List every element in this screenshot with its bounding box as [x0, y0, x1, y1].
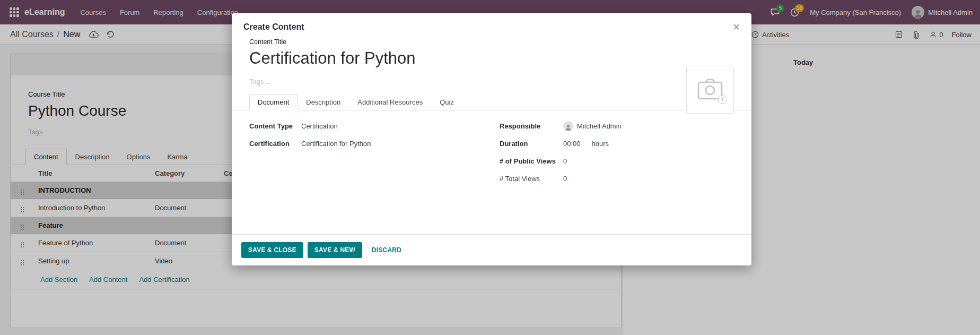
responsible-name: Mitchell Admin: [577, 122, 622, 130]
public-views-label: # of Public Views: [500, 157, 563, 165]
total-views-value: 0: [563, 175, 567, 183]
modal-title: Create Content: [243, 22, 304, 32]
responsible-avatar: [563, 121, 573, 131]
save-new-button[interactable]: SAVE & NEW: [308, 242, 362, 258]
modal-tabs: Document Description Additional Resource…: [232, 94, 751, 110]
add-image-plus-icon: +: [718, 95, 727, 104]
certification-field[interactable]: Certification for Python: [301, 140, 371, 148]
modal-tab-document[interactable]: Document: [249, 94, 298, 110]
modal-tab-quiz[interactable]: Quiz: [431, 94, 462, 110]
close-icon[interactable]: ×: [733, 22, 740, 32]
content-title-label: Content Title: [249, 38, 734, 46]
responsible-field[interactable]: Mitchell Admin: [563, 121, 622, 131]
discard-button[interactable]: DISCARD: [366, 242, 407, 258]
create-content-modal: Create Content × Content Title Certifica…: [232, 13, 751, 265]
content-title-input[interactable]: Certification for Python: [249, 49, 734, 68]
save-close-button[interactable]: SAVE & CLOSE: [241, 242, 303, 258]
total-views-label: # Total Views: [500, 175, 563, 183]
modal-tab-description[interactable]: Description: [298, 94, 349, 110]
duration-unit: hours: [592, 140, 609, 148]
duration-input[interactable]: 00:00: [563, 140, 581, 148]
modal-tab-additional-resources[interactable]: Additional Resources: [349, 94, 431, 110]
content-type-label: Content Type: [249, 122, 301, 130]
duration-label: Duration: [500, 140, 563, 148]
tags-input[interactable]: Tags...: [249, 78, 734, 85]
content-type-select[interactable]: Certification: [301, 122, 338, 130]
public-views-value: 0: [563, 157, 567, 165]
responsible-label: Responsible: [500, 122, 563, 130]
image-upload-box[interactable]: +: [686, 66, 734, 114]
certification-label: Certification: [249, 140, 301, 148]
